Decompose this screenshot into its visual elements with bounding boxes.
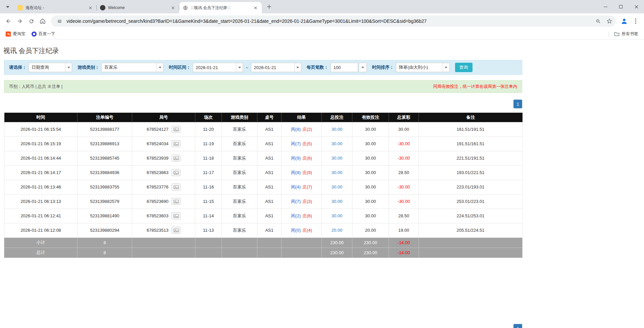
home-button[interactable]	[37, 15, 48, 27]
header-result: 结果	[282, 113, 322, 122]
header-total-bet: 总投注	[322, 113, 352, 122]
round-replay-icon[interactable]	[171, 198, 181, 205]
bookmark-star-icon[interactable]	[605, 17, 614, 25]
total-bet-link[interactable]: 30.00	[332, 170, 343, 175]
bookmark-aitaobao[interactable]: 淘 爱淘宝	[3, 30, 28, 38]
query-type-select[interactable]: 日期查询	[29, 63, 72, 72]
tab-title: 海燕论坛 -	[26, 5, 85, 11]
result-cell: 闲(7)庄(3)	[282, 194, 322, 209]
valid-bet-cell: 30.00	[352, 151, 389, 165]
tab-haiyan-forum[interactable]: 海燕论坛 -	[14, 2, 97, 13]
folder-icon	[614, 32, 620, 36]
address-bar[interactable]: videoie.com/game/betrecord_search/kind3?…	[51, 15, 616, 27]
result-banker: 庄(2)	[302, 127, 312, 132]
tab-bet-record[interactable]: :::视讯 会员下注纪录:::	[179, 2, 262, 13]
summary-bar: 币别：人民币 | 总共 :8 注单 | 同局有效投注，统一计算在该局第一张注单内	[4, 80, 522, 93]
query-button[interactable]: 查询	[455, 63, 473, 72]
range-separator: ~	[246, 65, 248, 70]
total-bet-cell: 20.00	[322, 223, 352, 237]
subtotal-label: 小计	[4, 237, 78, 248]
profile-button[interactable]	[618, 15, 630, 27]
close-icon[interactable]	[170, 5, 176, 11]
total-bet-link[interactable]: 30.00	[332, 213, 343, 218]
per-page-input[interactable]: 100	[331, 63, 358, 72]
browser-menu-button[interactable]	[630, 15, 641, 27]
table-no-cell: AS1	[257, 209, 282, 223]
total-bet-link[interactable]: 30.00	[332, 184, 343, 189]
table-no-cell: AS1	[257, 136, 282, 151]
forward-button[interactable]	[14, 15, 26, 27]
date-start-select[interactable]: 2026-01-21	[193, 63, 243, 72]
round-replay-icon[interactable]	[171, 155, 181, 162]
filter-bar: 请选择： 日期查询 游戏类别： 百家乐 时间区间： 2026-01-21 ~ 2…	[4, 60, 522, 75]
total-bet-link[interactable]: 30.00	[332, 156, 343, 161]
close-icon[interactable]	[253, 5, 258, 11]
tab-title: Welcome	[108, 5, 167, 10]
chevron-down-icon	[443, 63, 449, 72]
round-id: 678523603	[147, 213, 168, 218]
total-bet-cell: 30.00	[322, 194, 352, 209]
close-icon[interactable]	[88, 5, 93, 11]
session-cell: 11-13	[195, 223, 222, 237]
bookmark-baidu[interactable]: 百度一下	[29, 30, 58, 38]
round-replay-icon[interactable]	[171, 140, 181, 147]
result-cell: 闲(8)庄(2)	[282, 122, 322, 136]
bet-record-table: 时间 注单编号 局号 场次 游戏类别 桌号 结果 总投注 有效投注 总派彩 备注…	[4, 113, 523, 258]
round-replay-icon[interactable]	[171, 212, 181, 219]
per-page-label: 每页笔数：	[307, 64, 329, 70]
table-row: 2026-01-21 06:14:17 523139884936 6785238…	[4, 165, 523, 180]
result-banker: 庄(6)	[302, 213, 312, 218]
select-type-label: 请选择：	[9, 64, 27, 70]
result-cell: 闲(8)庄(9)	[282, 165, 322, 180]
round-id: 678523939	[147, 156, 168, 161]
valid-bet-cell: 30.00	[352, 209, 389, 223]
per-page-dropdown-button[interactable]	[359, 63, 367, 72]
page-number-button[interactable]: 1	[513, 100, 522, 108]
note-cell: 191.51/161.51	[419, 136, 523, 151]
forward-arrow-icon	[17, 18, 23, 24]
reload-button[interactable]	[26, 15, 37, 27]
new-tab-button[interactable]	[264, 2, 274, 11]
all-bookmarks-button[interactable]: 所有书签	[612, 30, 641, 38]
site-info-icon[interactable]	[55, 17, 64, 25]
valid-bet-cell: 30.00	[352, 136, 389, 151]
total-bet-link[interactable]: 30.00	[332, 141, 343, 146]
chevron-down-icon	[156, 63, 163, 72]
maximize-button[interactable]	[613, 0, 629, 13]
minimize-button[interactable]	[598, 0, 613, 13]
page-title: 视讯 会员下注纪录	[3, 46, 644, 55]
tab-search-button[interactable]	[3, 2, 13, 12]
bookmark-label: 百度一下	[39, 31, 55, 37]
payout-cell: -30.00	[389, 194, 419, 209]
back-button[interactable]	[3, 15, 14, 27]
round-replay-icon[interactable]	[171, 183, 181, 190]
round-replay-icon[interactable]	[171, 126, 181, 133]
round-id: 678523776	[147, 184, 168, 189]
per-page-combo: 100	[331, 63, 367, 72]
close-window-button[interactable]	[629, 0, 644, 13]
total-bet-cell: 30.00	[322, 180, 352, 194]
zoom-icon[interactable]	[594, 17, 602, 25]
tab-favicon	[100, 5, 105, 10]
game-type-select[interactable]: 百家乐	[101, 63, 163, 72]
result-banker: 庄(4)	[302, 228, 312, 233]
total-bet-link[interactable]: 30.00	[332, 199, 343, 204]
table-no-cell: AS1	[257, 151, 282, 165]
result-player: 闲(7)	[291, 199, 301, 204]
round-replay-icon[interactable]	[171, 169, 181, 176]
tab-title: :::视讯 会员下注纪录:::	[191, 5, 250, 11]
subtotal-valid-bet: 230.00	[352, 237, 389, 248]
sort-select[interactable]: 降幂(由大到小)	[396, 63, 450, 72]
date-end-select[interactable]: 2026-01-21	[251, 63, 301, 72]
table-no-cell: AS1	[257, 194, 282, 209]
total-bet-link[interactable]: 20.00	[332, 228, 343, 233]
note-cell: 193.01/221.51	[419, 165, 523, 180]
session-cell: 11-16	[195, 180, 222, 194]
page-number-button[interactable]: 1	[513, 324, 522, 328]
time-cell: 2026-01-21 06:15:19	[4, 136, 78, 151]
tab-welcome[interactable]: Welcome	[97, 2, 179, 13]
header-time: 时间	[4, 113, 78, 122]
total-bet-link[interactable]: 30.00	[332, 127, 343, 132]
total-payout: -14.00	[389, 248, 419, 258]
round-replay-icon[interactable]	[171, 227, 181, 234]
